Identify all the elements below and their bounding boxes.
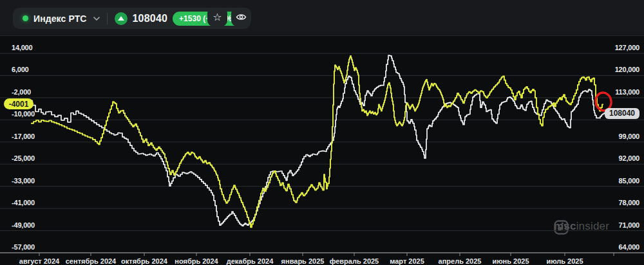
x-axis-month-label: июнь 2025 [492, 257, 529, 265]
header-bar: Индекс РТС 108040 +1530 (+1.44%) ☆ [0, 0, 644, 36]
chevron-down-icon [93, 17, 100, 21]
plot-svg [0, 36, 644, 265]
x-axis-month-label: январь 2025 [281, 257, 325, 265]
right-axis-value-badge: 108040 [605, 108, 639, 119]
left-axis-tick-label: -33,000 [12, 177, 35, 185]
left-axis-value-badge: -4001 [4, 98, 33, 109]
left-axis-tick-label: 6,000 [12, 66, 29, 73]
right-axis-tick-label: 71,000 [619, 221, 639, 229]
right-axis-tick-label: 85,000 [619, 177, 639, 185]
right-axis-tick-label: 120,000 [615, 66, 639, 73]
trading-chart-app: Индекс РТС 108040 +1530 (+1.44%) ☆ [0, 0, 644, 265]
instrument-selector[interactable]: Индекс РТС [15, 8, 107, 29]
left-axis-tick-label: -49,000 [12, 221, 35, 229]
x-axis-month-label: август 2024 [19, 257, 59, 265]
chart-area[interactable]: mscinsider 14,000127,0006,000120,000-2,0… [0, 36, 644, 265]
right-axis-tick-label: 99,000 [619, 132, 639, 140]
x-axis-month-label: март 2025 [390, 257, 424, 265]
right-axis-tick-label: 64,000 [619, 243, 639, 251]
right-axis-tick-label: 92,000 [619, 154, 639, 162]
x-axis-month-label: декабрь 2024 [227, 257, 274, 265]
watch-button[interactable] [231, 8, 251, 26]
status-dot-icon [23, 15, 28, 21]
left-axis-tick-label: 14,000 [12, 44, 32, 51]
star-icon: ☆ [213, 12, 222, 23]
left-axis-tick-label: -2,000 [12, 88, 31, 96]
favorite-button[interactable]: ☆ [207, 8, 227, 26]
left-axis-tick-label: -25,000 [12, 154, 35, 162]
left-axis-tick-label: -17,000 [12, 132, 35, 140]
x-axis-month-label: сентябрь 2024 [66, 257, 117, 265]
x-axis-month-label: апрель 2025 [439, 257, 482, 265]
right-axis-tick-label: 113,000 [615, 88, 639, 96]
x-axis-month-label: октябрь 2024 [121, 257, 167, 265]
right-axis-tick-label: 127,000 [615, 44, 639, 51]
x-axis-month-label: июль 2025 [546, 257, 583, 265]
x-axis-month-label: февраль 2025 [330, 257, 379, 265]
right-axis-tick-label: 78,000 [619, 199, 639, 206]
left-axis-tick-label: -10,000 [12, 110, 35, 118]
left-axis-tick-label: -57,000 [12, 243, 35, 251]
x-axis-month-label: ноябрь 2024 [175, 257, 218, 265]
left-axis-tick-label: -41,000 [12, 199, 35, 206]
instrument-name: Индекс РТС [33, 14, 87, 24]
last-price: 108040 [133, 13, 168, 24]
triangle-up-icon [115, 12, 128, 25]
eye-icon [236, 13, 247, 21]
